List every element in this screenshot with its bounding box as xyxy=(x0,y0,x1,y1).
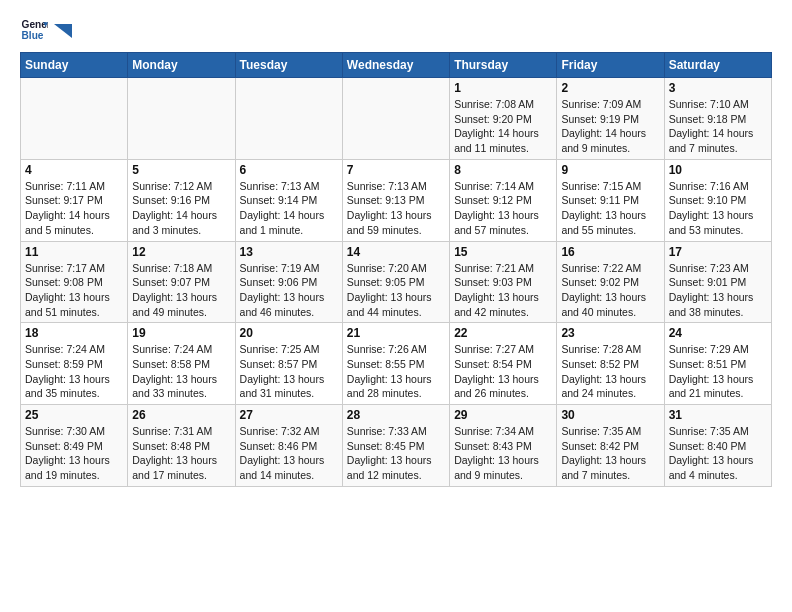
day-info: Sunrise: 7:29 AM Sunset: 8:51 PM Dayligh… xyxy=(669,342,767,401)
day-number: 5 xyxy=(132,163,230,177)
day-number: 7 xyxy=(347,163,445,177)
day-info: Sunrise: 7:18 AM Sunset: 9:07 PM Dayligh… xyxy=(132,261,230,320)
day-info: Sunrise: 7:13 AM Sunset: 9:14 PM Dayligh… xyxy=(240,179,338,238)
table-row: 1Sunrise: 7:08 AM Sunset: 9:20 PM Daylig… xyxy=(450,78,557,160)
col-monday: Monday xyxy=(128,53,235,78)
page-header: General Blue xyxy=(20,16,772,44)
day-info: Sunrise: 7:35 AM Sunset: 8:40 PM Dayligh… xyxy=(669,424,767,483)
svg-text:General: General xyxy=(22,19,48,30)
day-info: Sunrise: 7:20 AM Sunset: 9:05 PM Dayligh… xyxy=(347,261,445,320)
day-number: 24 xyxy=(669,326,767,340)
day-info: Sunrise: 7:21 AM Sunset: 9:03 PM Dayligh… xyxy=(454,261,552,320)
table-row: 2Sunrise: 7:09 AM Sunset: 9:19 PM Daylig… xyxy=(557,78,664,160)
col-sunday: Sunday xyxy=(21,53,128,78)
day-info: Sunrise: 7:12 AM Sunset: 9:16 PM Dayligh… xyxy=(132,179,230,238)
table-row: 13Sunrise: 7:19 AM Sunset: 9:06 PM Dayli… xyxy=(235,241,342,323)
day-info: Sunrise: 7:24 AM Sunset: 8:58 PM Dayligh… xyxy=(132,342,230,401)
day-info: Sunrise: 7:11 AM Sunset: 9:17 PM Dayligh… xyxy=(25,179,123,238)
table-row: 5Sunrise: 7:12 AM Sunset: 9:16 PM Daylig… xyxy=(128,159,235,241)
calendar-week-1: 1Sunrise: 7:08 AM Sunset: 9:20 PM Daylig… xyxy=(21,78,772,160)
day-info: Sunrise: 7:27 AM Sunset: 8:54 PM Dayligh… xyxy=(454,342,552,401)
table-row: 26Sunrise: 7:31 AM Sunset: 8:48 PM Dayli… xyxy=(128,405,235,487)
day-number: 17 xyxy=(669,245,767,259)
day-number: 18 xyxy=(25,326,123,340)
table-row: 23Sunrise: 7:28 AM Sunset: 8:52 PM Dayli… xyxy=(557,323,664,405)
table-row: 11Sunrise: 7:17 AM Sunset: 9:08 PM Dayli… xyxy=(21,241,128,323)
col-saturday: Saturday xyxy=(664,53,771,78)
col-wednesday: Wednesday xyxy=(342,53,449,78)
table-row xyxy=(21,78,128,160)
table-row xyxy=(342,78,449,160)
day-info: Sunrise: 7:22 AM Sunset: 9:02 PM Dayligh… xyxy=(561,261,659,320)
day-info: Sunrise: 7:09 AM Sunset: 9:19 PM Dayligh… xyxy=(561,97,659,156)
calendar-week-4: 18Sunrise: 7:24 AM Sunset: 8:59 PM Dayli… xyxy=(21,323,772,405)
table-row: 14Sunrise: 7:20 AM Sunset: 9:05 PM Dayli… xyxy=(342,241,449,323)
day-info: Sunrise: 7:15 AM Sunset: 9:11 PM Dayligh… xyxy=(561,179,659,238)
calendar-week-3: 11Sunrise: 7:17 AM Sunset: 9:08 PM Dayli… xyxy=(21,241,772,323)
table-row xyxy=(235,78,342,160)
day-number: 27 xyxy=(240,408,338,422)
day-number: 1 xyxy=(454,81,552,95)
day-info: Sunrise: 7:19 AM Sunset: 9:06 PM Dayligh… xyxy=(240,261,338,320)
table-row: 10Sunrise: 7:16 AM Sunset: 9:10 PM Dayli… xyxy=(664,159,771,241)
day-number: 16 xyxy=(561,245,659,259)
logo: General Blue xyxy=(20,16,72,44)
day-number: 28 xyxy=(347,408,445,422)
logo-icon: General Blue xyxy=(20,16,48,44)
day-info: Sunrise: 7:33 AM Sunset: 8:45 PM Dayligh… xyxy=(347,424,445,483)
day-info: Sunrise: 7:28 AM Sunset: 8:52 PM Dayligh… xyxy=(561,342,659,401)
day-number: 25 xyxy=(25,408,123,422)
table-row: 21Sunrise: 7:26 AM Sunset: 8:55 PM Dayli… xyxy=(342,323,449,405)
day-number: 29 xyxy=(454,408,552,422)
table-row: 19Sunrise: 7:24 AM Sunset: 8:58 PM Dayli… xyxy=(128,323,235,405)
calendar-header: Sunday Monday Tuesday Wednesday Thursday… xyxy=(21,53,772,78)
table-row: 4Sunrise: 7:11 AM Sunset: 9:17 PM Daylig… xyxy=(21,159,128,241)
table-row: 31Sunrise: 7:35 AM Sunset: 8:40 PM Dayli… xyxy=(664,405,771,487)
day-info: Sunrise: 7:35 AM Sunset: 8:42 PM Dayligh… xyxy=(561,424,659,483)
col-tuesday: Tuesday xyxy=(235,53,342,78)
day-info: Sunrise: 7:24 AM Sunset: 8:59 PM Dayligh… xyxy=(25,342,123,401)
day-number: 14 xyxy=(347,245,445,259)
table-row: 6Sunrise: 7:13 AM Sunset: 9:14 PM Daylig… xyxy=(235,159,342,241)
table-row: 12Sunrise: 7:18 AM Sunset: 9:07 PM Dayli… xyxy=(128,241,235,323)
day-info: Sunrise: 7:34 AM Sunset: 8:43 PM Dayligh… xyxy=(454,424,552,483)
table-row: 28Sunrise: 7:33 AM Sunset: 8:45 PM Dayli… xyxy=(342,405,449,487)
day-info: Sunrise: 7:13 AM Sunset: 9:13 PM Dayligh… xyxy=(347,179,445,238)
day-info: Sunrise: 7:10 AM Sunset: 9:18 PM Dayligh… xyxy=(669,97,767,156)
day-info: Sunrise: 7:30 AM Sunset: 8:49 PM Dayligh… xyxy=(25,424,123,483)
table-row: 25Sunrise: 7:30 AM Sunset: 8:49 PM Dayli… xyxy=(21,405,128,487)
table-row: 18Sunrise: 7:24 AM Sunset: 8:59 PM Dayli… xyxy=(21,323,128,405)
day-info: Sunrise: 7:16 AM Sunset: 9:10 PM Dayligh… xyxy=(669,179,767,238)
logo-arrow xyxy=(54,24,72,38)
day-number: 4 xyxy=(25,163,123,177)
day-number: 6 xyxy=(240,163,338,177)
svg-marker-3 xyxy=(54,24,72,38)
table-row xyxy=(128,78,235,160)
day-number: 9 xyxy=(561,163,659,177)
table-row: 29Sunrise: 7:34 AM Sunset: 8:43 PM Dayli… xyxy=(450,405,557,487)
col-friday: Friday xyxy=(557,53,664,78)
day-number: 23 xyxy=(561,326,659,340)
table-row: 15Sunrise: 7:21 AM Sunset: 9:03 PM Dayli… xyxy=(450,241,557,323)
day-info: Sunrise: 7:23 AM Sunset: 9:01 PM Dayligh… xyxy=(669,261,767,320)
table-row: 22Sunrise: 7:27 AM Sunset: 8:54 PM Dayli… xyxy=(450,323,557,405)
table-row: 7Sunrise: 7:13 AM Sunset: 9:13 PM Daylig… xyxy=(342,159,449,241)
day-number: 15 xyxy=(454,245,552,259)
day-number: 19 xyxy=(132,326,230,340)
table-row: 8Sunrise: 7:14 AM Sunset: 9:12 PM Daylig… xyxy=(450,159,557,241)
day-number: 10 xyxy=(669,163,767,177)
day-number: 3 xyxy=(669,81,767,95)
day-number: 30 xyxy=(561,408,659,422)
table-row: 16Sunrise: 7:22 AM Sunset: 9:02 PM Dayli… xyxy=(557,241,664,323)
day-info: Sunrise: 7:25 AM Sunset: 8:57 PM Dayligh… xyxy=(240,342,338,401)
calendar-week-5: 25Sunrise: 7:30 AM Sunset: 8:49 PM Dayli… xyxy=(21,405,772,487)
day-number: 22 xyxy=(454,326,552,340)
table-row: 30Sunrise: 7:35 AM Sunset: 8:42 PM Dayli… xyxy=(557,405,664,487)
table-row: 27Sunrise: 7:32 AM Sunset: 8:46 PM Dayli… xyxy=(235,405,342,487)
day-info: Sunrise: 7:08 AM Sunset: 9:20 PM Dayligh… xyxy=(454,97,552,156)
calendar-body: 1Sunrise: 7:08 AM Sunset: 9:20 PM Daylig… xyxy=(21,78,772,487)
day-number: 21 xyxy=(347,326,445,340)
col-thursday: Thursday xyxy=(450,53,557,78)
svg-text:Blue: Blue xyxy=(22,30,44,41)
day-info: Sunrise: 7:32 AM Sunset: 8:46 PM Dayligh… xyxy=(240,424,338,483)
